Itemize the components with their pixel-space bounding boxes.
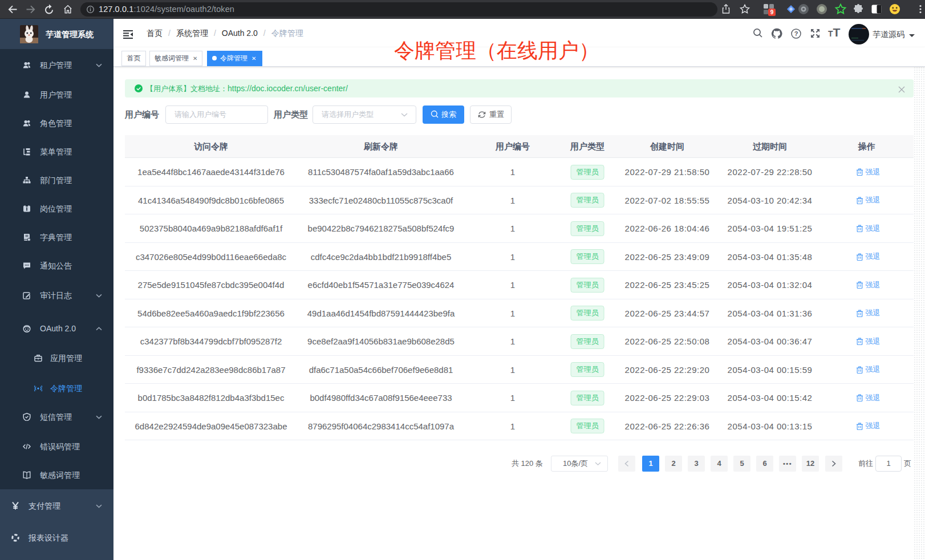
svg-text:9: 9 (770, 9, 774, 15)
svg-text:?: ? (794, 30, 798, 37)
